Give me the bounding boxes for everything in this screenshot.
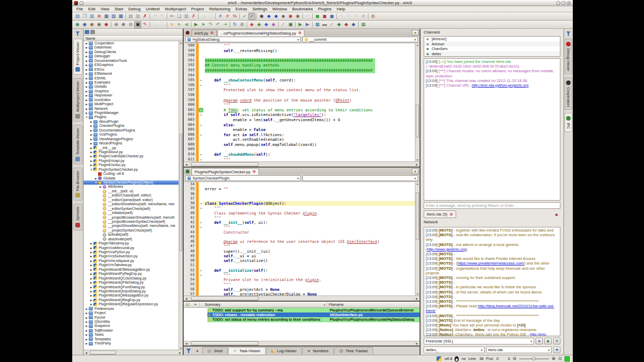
close-tab-icon[interactable]: ⊗ [298,31,302,35]
tree-item[interactable]: Coding: utf-8 [84,172,183,176]
scrollbar-handle[interactable] [416,192,419,240]
line-number[interactable]: 590 [184,53,196,58]
expander-icon[interactable]: ▶ [85,111,89,115]
chat-link[interactable]: https://www.privateinternetaccess.com/ [457,261,524,266]
stop-script-button[interactable]: ⊘ [238,21,246,28]
zoom-slider[interactable] [519,358,549,359]
tree-item[interactable]: ▶PluginCodeStyleChecker.py [84,154,183,158]
fold-icon[interactable]: ▾ [199,133,203,138]
expander-icon[interactable]: ▶ [89,154,93,158]
scroll-left-icon[interactable]: ◀ [184,297,189,300]
tree-item[interactable]: ▶PluginWizardPyRegExp.py [84,272,183,276]
code-line[interactable]: 34 [184,182,420,187]
expander-icon[interactable]: ▶ [85,328,89,333]
new-document-view-2-button[interactable]: ❐ [158,21,166,28]
expander-icon[interactable]: ▶ [89,272,93,276]
menu-window[interactable]: Window [270,7,289,11]
line-number[interactable]: 51 [184,263,196,268]
step-out-button[interactable]: ↶ [214,21,221,28]
fold-icon[interactable]: ▾ [199,268,203,273]
summary-column-header[interactable]: Summary ▾ [199,303,327,306]
expander-icon[interactable]: ▶ [89,246,93,250]
wizard-pen-3-button[interactable]: ✎ [352,13,360,20]
print-button[interactable]: ▤ [127,13,134,20]
tab-time-tracker[interactable]: ◷Time Tracker [334,347,373,354]
line-number[interactable]: 35 [184,187,196,191]
line-number[interactable]: 592 [184,63,196,68]
sql-browser-button[interactable]: ◆ [350,21,357,28]
line-number[interactable]: 50 [184,258,196,263]
code-line[interactable]: 594 [184,73,420,78]
code-line[interactable]: 600 """ [184,103,420,108]
expander-icon[interactable]: ▶ [85,333,89,337]
zoom-in-icon[interactable]: ⊕ [552,356,556,361]
code-line[interactable]: 55 """ [184,282,420,287]
undo-button[interactable]: ↶ [151,13,158,20]
line-number[interactable]: 594 [184,73,196,78]
project-forms-icon[interactable] [90,30,95,34]
line-number[interactable]: 53 [184,273,196,277]
step-button[interactable]: ➤ [200,21,207,28]
tree-item[interactable]: ▼PluginSyntaxChecker.py [84,168,183,172]
line-number[interactable]: 47 [184,244,196,249]
line-number[interactable]: 606 [184,133,196,138]
user-item[interactable]: ☻[Artrever] [424,37,560,42]
expander-icon[interactable]: ▶ [89,141,93,145]
editor-vertical-scrollbar[interactable]: ▲▼ [415,43,420,161]
zoom-reset-button[interactable]: ⊙ [127,21,134,28]
user-item[interactable]: ☻Artrever [424,42,560,47]
scrollbar-handle[interactable] [191,297,259,301]
code-line[interactable]: 610▾ def __showAddMenu(self): [184,152,420,157]
expander-icon[interactable]: ▶ [89,259,93,263]
tree-item[interactable]: ▶SqlBrowser [84,328,183,333]
scrollbar-handle[interactable] [90,351,117,355]
auto-spell-button[interactable]: ✓ [248,13,255,20]
line-number[interactable]: 601 [184,108,196,113]
readwrite-indicator[interactable]: rw [461,356,465,361]
tree-item[interactable]: deactivate(self) [84,237,183,241]
editor-vertical-scrollbar[interactable]: ▲▼ [415,182,420,295]
tree-item[interactable]: ▶PluginVcsPySvn.py [84,250,183,254]
minimize-button[interactable] [556,1,560,5]
line-number[interactable]: 54 [184,277,196,282]
expander-icon[interactable]: ▶ [85,50,89,54]
class-navigator-combo[interactable]: HgStatusDialog▾ [185,37,301,42]
user-item[interactable]: ☻ChanServ [424,46,560,52]
line-number[interactable]: 603 [184,118,196,123]
line-number[interactable]: 611 [184,157,196,161]
scrollbar-handle[interactable] [180,134,182,251]
line-number[interactable]: 55 [184,282,196,287]
tree-item[interactable]: __editorShowMenu(self, menuName, mer [84,202,183,206]
tree-item[interactable]: ▶DocumentationPlugins [84,128,183,133]
tree-horizontal-scrollbar[interactable]: ◀▶ [84,350,183,355]
zoom-slider-handle[interactable] [532,357,536,360]
line-number[interactable]: 56 [184,287,196,292]
expander-icon[interactable]: ▶ [85,76,89,80]
code-line[interactable]: 57 self.__projectSyntaxCheckerDialog = N… [184,292,420,295]
fold-icon[interactable]: ▾ [199,220,203,225]
tree-item[interactable]: ▶PluginWizardQColorDialog.py [84,276,183,281]
prev-bookmark-button[interactable]: ◉ [88,21,95,28]
quit-button[interactable]: ✗ [141,13,149,20]
expander-icon[interactable]: ▶ [89,285,93,289]
next-bookmark-button[interactable]: ◉ [81,21,88,28]
line-number[interactable]: 37 [184,196,196,201]
expander-icon[interactable]: ▼ [85,115,89,119]
expander-icon[interactable]: ▶ [85,85,89,89]
editor-horizontal-scrollbar[interactable]: ◀▶ [184,161,420,167]
tree-item[interactable]: __projectSyntaxCheck(self) [84,228,183,233]
tree-item[interactable]: ▶Network [84,107,183,111]
task-row[interactable]: ⚠TODO: set status of menu entries accord… [184,317,420,322]
tree-item[interactable]: ▶PluginTabnanny.py [84,241,183,245]
code-line[interactable]: 608 self.menu.popup(self.mapToGlobal(coo… [184,142,420,147]
line-number[interactable]: 609 [184,147,196,152]
scrollbar-handle[interactable] [416,105,419,138]
expander-icon[interactable]: ▶ [85,107,89,111]
project-sources-icon[interactable] [85,30,89,34]
tab-list-dropdown[interactable]: ▾ [412,169,418,174]
expander-icon[interactable]: ▶ [89,146,93,150]
delete-button[interactable]: ✗ [190,13,197,20]
line-number[interactable]: 593 [184,68,196,73]
tab-log-viewer[interactable]: ◣Log-Viewer [266,347,302,354]
expander-icon[interactable]: ▶ [85,324,89,328]
